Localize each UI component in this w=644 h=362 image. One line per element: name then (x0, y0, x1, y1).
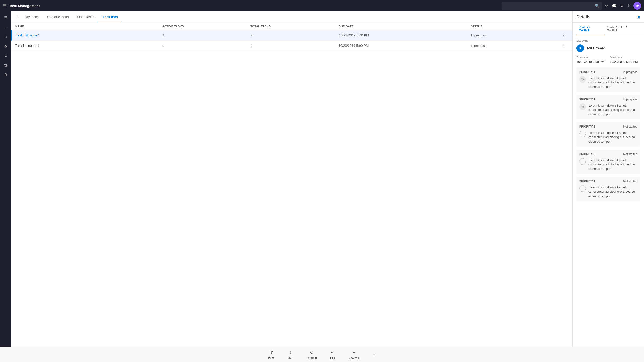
task-card-header: PRIORITY 2 Not started (579, 125, 637, 128)
priority-label: PRIORITY 4 (579, 180, 595, 183)
task-text: Lorem ipsum dolor sit amet, consectetur … (588, 76, 637, 89)
task-text: Lorem ipsum dolor sit amet, consectetur … (588, 158, 637, 171)
row-name: Task list name 1 (15, 44, 162, 47)
task-card-header: PRIORITY 3 Not started (579, 152, 637, 156)
col-name: NAME (15, 25, 162, 28)
sidebar-list[interactable]: ≡ (2, 51, 10, 60)
col-status: STATUS (471, 25, 559, 28)
new-task-label: New task (348, 357, 360, 360)
top-nav: ☰ Task Management 🔍 ↻ 💬 ⚙ ? TH (0, 0, 644, 11)
refresh-icon: ↻ (310, 350, 314, 355)
task-card-header: PRIORITY 4 Not started (579, 180, 637, 183)
task-cards: PRIORITY 1 In progress ↻ Lorem ipsum dol… (576, 67, 640, 201)
tab-my-tasks[interactable]: My tasks (22, 12, 42, 22)
row-active-tasks: 1 (162, 44, 250, 47)
due-date-label: Due date (576, 56, 607, 59)
row-active-tasks: 1 (163, 33, 251, 37)
avatar[interactable]: TH (634, 2, 641, 9)
task-card[interactable]: PRIORITY 3 Not started Lorem ipsum dolor… (576, 150, 640, 174)
table-header: NAME ACTIVE TASKS TOTAL TASKS DUE DATE S… (12, 23, 572, 30)
task-text: Lorem ipsum dolor sit amet, consectetur … (588, 131, 637, 144)
secondary-hamburger-icon[interactable]: ☰ (15, 15, 19, 19)
sidebar-shop[interactable]: 🛍 (2, 61, 10, 70)
col-total-tasks: TOTAL TASKS (250, 25, 338, 28)
left-panel: ☰ My tasks Overdue tasks Open tasks Task… (12, 11, 572, 347)
col-actions (559, 25, 568, 28)
task-body: Lorem ipsum dolor sit amet, consectetur … (579, 131, 637, 144)
sidebar-hamburger[interactable]: ☰ (2, 13, 10, 22)
settings-icon[interactable]: ⚙ (620, 3, 624, 8)
task-status: Not started (623, 152, 637, 156)
due-date-value: 10/23/2019 5:00 PM (576, 60, 607, 64)
task-table: NAME ACTIVE TASKS TOTAL TASKS DUE DATE S… (12, 23, 572, 347)
details-panel: Details ⊞ ACTIVE TASKS COMPLETED TASKS L… (572, 11, 644, 347)
app-title: Task Management (9, 4, 499, 8)
row-status: In progress (471, 34, 559, 37)
search-icon: 🔍 (595, 3, 600, 8)
more-button[interactable]: ··· (371, 351, 378, 358)
sidebar-icons: ☰ ← ⌂ ❖ ≡ 🛍 0 (0, 11, 12, 347)
task-text: Lorem ipsum dolor sit amet, consectetur … (588, 185, 637, 198)
edit-icon: ✏ (330, 350, 335, 355)
details-content: List owner FL Ted Howard Due date 10/23/… (572, 35, 644, 347)
sort-label: Sort (288, 356, 293, 359)
task-card[interactable]: PRIORITY 1 In progress ↻ Lorem ipsum dol… (576, 67, 640, 92)
task-card[interactable]: PRIORITY 4 Not started Lorem ipsum dolor… (576, 177, 640, 201)
task-status-icon: ↻ (579, 76, 586, 83)
search-input[interactable] (504, 4, 593, 8)
task-status: Not started (623, 180, 637, 183)
filter-button[interactable]: ⧩ Filter (266, 349, 278, 360)
task-card[interactable]: PRIORITY 1 In progress ↻ Lorem ipsum dol… (576, 95, 640, 120)
tab-open-tasks[interactable]: Open tasks (74, 12, 98, 22)
owner-avatar: FL (576, 44, 584, 52)
task-card[interactable]: PRIORITY 2 Not started Lorem ipsum dolor… (576, 122, 640, 147)
sidebar-back[interactable]: ← (2, 23, 10, 31)
task-status-icon (579, 158, 586, 165)
sidebar-zero[interactable]: 0 (2, 71, 10, 79)
task-card-header: PRIORITY 1 In progress (579, 70, 637, 74)
table-row[interactable]: Task list name 1 1 4 10/23/2019 5:00 PM … (12, 30, 572, 40)
refresh-icon[interactable]: ↻ (605, 3, 608, 8)
edit-label: Edit (330, 356, 335, 360)
sidebar-home[interactable]: ⌂ (2, 32, 10, 41)
task-status-icon (579, 185, 586, 192)
start-date-label: Start date (610, 56, 640, 59)
edit-button[interactable]: ✏ Edit (327, 349, 338, 361)
task-status-icon (579, 131, 586, 137)
sidebar-apps[interactable]: ❖ (2, 42, 10, 51)
hamburger-icon[interactable]: ☰ (3, 3, 6, 8)
task-status: Not started (623, 125, 637, 128)
new-task-button[interactable]: ＋ New task (346, 348, 363, 361)
priority-label: PRIORITY 3 (579, 152, 595, 156)
help-icon[interactable]: ? (628, 3, 630, 8)
details-title: Details (576, 14, 590, 19)
content-area: ☰ My tasks Overdue tasks Open tasks Task… (12, 11, 644, 347)
list-owner-label: List owner (576, 39, 640, 42)
tab-active-tasks[interactable]: ACTIVE TASKS (576, 23, 604, 35)
task-text: Lorem ipsum dolor sit amet, consectetur … (588, 104, 637, 117)
tab-completed-tasks[interactable]: COMPLETED TASKS (604, 23, 640, 35)
tab-task-lists[interactable]: Task lists (99, 12, 122, 22)
col-active-tasks: ACTIVE TASKS (162, 25, 250, 28)
task-card-header: PRIORITY 1 In progress (579, 98, 637, 101)
row-due-date: 10/23/2019 5:00 PM (338, 44, 471, 47)
sort-button[interactable]: ↕ Sort (285, 349, 296, 360)
owner-row: FL Ted Howard (576, 44, 640, 52)
sort-icon: ↕ (290, 350, 292, 355)
tab-overdue-tasks[interactable]: Overdue tasks (43, 12, 72, 22)
row-total-tasks: 4 (251, 33, 339, 37)
table-row[interactable]: Task list name 1 1 4 10/23/2019 5:00 PM … (12, 40, 572, 51)
row-menu-button[interactable]: ⋮ (559, 33, 568, 38)
row-due-date: 10/23/2019 5:00 PM (339, 33, 471, 37)
new-task-icon: ＋ (352, 349, 357, 356)
row-menu-button[interactable]: ⋮ (559, 43, 568, 48)
filter-icon: ⧩ (270, 350, 274, 355)
due-date-item: Due date 10/23/2019 5:00 PM (576, 56, 607, 64)
search-bar: 🔍 (502, 2, 602, 9)
refresh-button[interactable]: ↻ Refresh (304, 349, 320, 361)
collapse-button[interactable]: ⊞ (636, 14, 640, 19)
bottom-toolbar: ⧩ Filter ↕ Sort ↻ Refresh ✏ Edit ＋ New t… (0, 347, 644, 362)
priority-label: PRIORITY 1 (579, 98, 595, 101)
row-name: Task list name 1 (16, 33, 163, 37)
chat-icon[interactable]: 💬 (612, 3, 616, 8)
